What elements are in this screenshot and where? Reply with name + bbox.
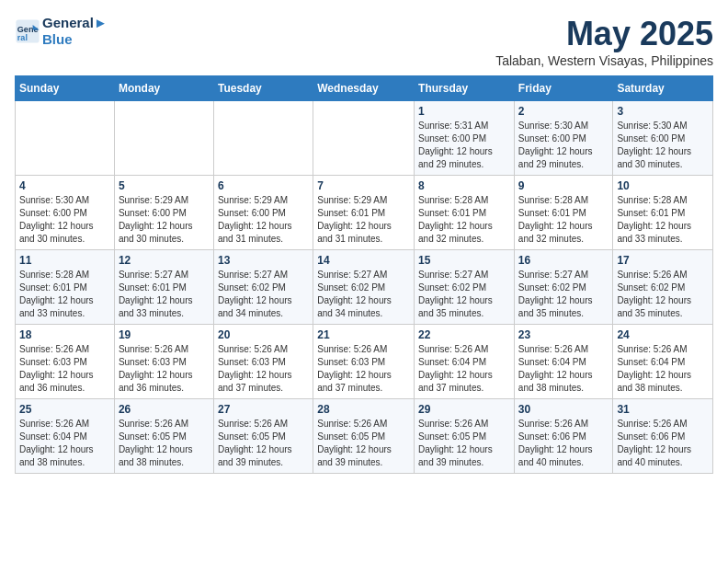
day-number: 8 (418, 179, 510, 192)
table-row: 12Sunrise: 5:27 AM Sunset: 6:01 PM Dayli… (114, 250, 213, 325)
day-info: Sunrise: 5:26 AM Sunset: 6:03 PM Dayligh… (19, 343, 110, 395)
day-number: 3 (617, 105, 709, 118)
day-number: 15 (418, 254, 510, 267)
day-number: 30 (518, 403, 609, 416)
day-info: Sunrise: 5:26 AM Sunset: 6:05 PM Dayligh… (119, 418, 210, 469)
day-info: Sunrise: 5:28 AM Sunset: 6:01 PM Dayligh… (418, 194, 510, 246)
day-number: 4 (19, 179, 110, 192)
month-title: May 2025 (495, 15, 713, 53)
day-number: 16 (518, 254, 609, 267)
table-row: 22Sunrise: 5:26 AM Sunset: 6:04 PM Dayli… (415, 325, 515, 399)
day-number: 9 (518, 179, 609, 192)
day-info: Sunrise: 5:29 AM Sunset: 6:00 PM Dayligh… (218, 194, 309, 246)
day-info: Sunrise: 5:31 AM Sunset: 6:00 PM Dayligh… (418, 120, 510, 171)
day-info: Sunrise: 5:27 AM Sunset: 6:02 PM Dayligh… (218, 269, 309, 320)
table-row: 20Sunrise: 5:26 AM Sunset: 6:03 PM Dayli… (213, 325, 313, 399)
day-number: 25 (19, 403, 110, 416)
table-row: 10Sunrise: 5:28 AM Sunset: 6:01 PM Dayli… (613, 176, 713, 250)
calendar-week-row: 18Sunrise: 5:26 AM Sunset: 6:03 PM Dayli… (16, 325, 713, 399)
table-row: 17Sunrise: 5:26 AM Sunset: 6:02 PM Dayli… (613, 250, 713, 325)
day-info: Sunrise: 5:26 AM Sunset: 6:02 PM Dayligh… (617, 269, 709, 320)
table-row: 3Sunrise: 5:30 AM Sunset: 6:00 PM Daylig… (613, 101, 713, 176)
day-number: 17 (617, 254, 709, 267)
weekday-header-row: Sunday Monday Tuesday Wednesday Thursday… (16, 76, 713, 101)
day-info: Sunrise: 5:30 AM Sunset: 6:00 PM Dayligh… (617, 120, 709, 171)
logo-line2: Blue (42, 31, 108, 48)
table-row: 1Sunrise: 5:31 AM Sunset: 6:00 PM Daylig… (415, 101, 515, 176)
day-info: Sunrise: 5:27 AM Sunset: 6:02 PM Dayligh… (418, 269, 510, 320)
table-row: 6Sunrise: 5:29 AM Sunset: 6:00 PM Daylig… (213, 176, 313, 250)
day-info: Sunrise: 5:30 AM Sunset: 6:00 PM Dayligh… (19, 194, 110, 246)
table-row (114, 101, 213, 176)
day-info: Sunrise: 5:26 AM Sunset: 6:05 PM Dayligh… (418, 418, 510, 469)
day-info: Sunrise: 5:28 AM Sunset: 6:01 PM Dayligh… (19, 269, 110, 320)
day-info: Sunrise: 5:26 AM Sunset: 6:05 PM Dayligh… (317, 418, 410, 469)
day-info: Sunrise: 5:26 AM Sunset: 6:04 PM Dayligh… (518, 343, 609, 395)
calendar-week-row: 11Sunrise: 5:28 AM Sunset: 6:01 PM Dayli… (16, 250, 713, 325)
day-number: 1 (418, 105, 510, 118)
day-number: 11 (19, 254, 110, 267)
day-number: 31 (617, 403, 709, 416)
day-number: 23 (518, 328, 609, 341)
svg-text:ral: ral (17, 33, 28, 42)
day-number: 14 (317, 254, 410, 267)
table-row: 25Sunrise: 5:26 AM Sunset: 6:04 PM Dayli… (16, 399, 115, 474)
day-info: Sunrise: 5:29 AM Sunset: 6:01 PM Dayligh… (317, 194, 410, 246)
table-row: 24Sunrise: 5:26 AM Sunset: 6:04 PM Dayli… (613, 325, 713, 399)
calendar-table: Sunday Monday Tuesday Wednesday Thursday… (15, 75, 713, 474)
header-monday: Monday (114, 76, 213, 101)
header: Gene ral General► Blue May 2025 Talaban,… (15, 15, 713, 68)
day-number: 20 (218, 328, 309, 341)
day-info: Sunrise: 5:26 AM Sunset: 6:06 PM Dayligh… (518, 418, 609, 469)
day-info: Sunrise: 5:30 AM Sunset: 6:00 PM Dayligh… (518, 120, 609, 171)
table-row: 15Sunrise: 5:27 AM Sunset: 6:02 PM Dayli… (415, 250, 515, 325)
table-row: 16Sunrise: 5:27 AM Sunset: 6:02 PM Dayli… (514, 250, 613, 325)
day-number: 10 (617, 179, 709, 192)
logo: Gene ral General► Blue (15, 15, 108, 48)
table-row: 19Sunrise: 5:26 AM Sunset: 6:03 PM Dayli… (114, 325, 213, 399)
day-number: 6 (218, 179, 309, 192)
table-row: 18Sunrise: 5:26 AM Sunset: 6:03 PM Dayli… (16, 325, 115, 399)
title-area: May 2025 Talaban, Western Visayas, Phili… (495, 15, 713, 68)
header-sunday: Sunday (16, 76, 115, 101)
calendar-week-row: 4Sunrise: 5:30 AM Sunset: 6:00 PM Daylig… (16, 176, 713, 250)
day-info: Sunrise: 5:26 AM Sunset: 6:04 PM Dayligh… (19, 418, 110, 469)
day-info: Sunrise: 5:26 AM Sunset: 6:04 PM Dayligh… (617, 343, 709, 395)
day-number: 2 (518, 105, 609, 118)
header-wednesday: Wednesday (313, 76, 415, 101)
table-row: 28Sunrise: 5:26 AM Sunset: 6:05 PM Dayli… (313, 399, 415, 474)
table-row (16, 101, 115, 176)
table-row: 13Sunrise: 5:27 AM Sunset: 6:02 PM Dayli… (213, 250, 313, 325)
table-row: 2Sunrise: 5:30 AM Sunset: 6:00 PM Daylig… (514, 101, 613, 176)
day-info: Sunrise: 5:29 AM Sunset: 6:00 PM Dayligh… (119, 194, 210, 246)
table-row: 9Sunrise: 5:28 AM Sunset: 6:01 PM Daylig… (514, 176, 613, 250)
day-info: Sunrise: 5:26 AM Sunset: 6:06 PM Dayligh… (617, 418, 709, 469)
table-row: 26Sunrise: 5:26 AM Sunset: 6:05 PM Dayli… (114, 399, 213, 474)
logo-icon: Gene ral (15, 18, 40, 44)
table-row: 27Sunrise: 5:26 AM Sunset: 6:05 PM Dayli… (213, 399, 313, 474)
table-row: 8Sunrise: 5:28 AM Sunset: 6:01 PM Daylig… (415, 176, 515, 250)
day-number: 12 (119, 254, 210, 267)
header-friday: Friday (514, 76, 613, 101)
day-info: Sunrise: 5:26 AM Sunset: 6:03 PM Dayligh… (119, 343, 210, 395)
day-number: 19 (119, 328, 210, 341)
table-row: 14Sunrise: 5:27 AM Sunset: 6:02 PM Dayli… (313, 250, 415, 325)
day-info: Sunrise: 5:26 AM Sunset: 6:05 PM Dayligh… (218, 418, 309, 469)
table-row (213, 101, 313, 176)
day-info: Sunrise: 5:27 AM Sunset: 6:02 PM Dayligh… (518, 269, 609, 320)
day-info: Sunrise: 5:28 AM Sunset: 6:01 PM Dayligh… (518, 194, 609, 246)
calendar-week-row: 1Sunrise: 5:31 AM Sunset: 6:00 PM Daylig… (16, 101, 713, 176)
day-info: Sunrise: 5:26 AM Sunset: 6:03 PM Dayligh… (218, 343, 309, 395)
header-saturday: Saturday (613, 76, 713, 101)
day-number: 28 (317, 403, 410, 416)
table-row: 11Sunrise: 5:28 AM Sunset: 6:01 PM Dayli… (16, 250, 115, 325)
day-number: 27 (218, 403, 309, 416)
day-info: Sunrise: 5:27 AM Sunset: 6:02 PM Dayligh… (317, 269, 410, 320)
table-row: 21Sunrise: 5:26 AM Sunset: 6:03 PM Dayli… (313, 325, 415, 399)
day-info: Sunrise: 5:26 AM Sunset: 6:04 PM Dayligh… (418, 343, 510, 395)
day-number: 22 (418, 328, 510, 341)
calendar-week-row: 25Sunrise: 5:26 AM Sunset: 6:04 PM Dayli… (16, 399, 713, 474)
table-row: 4Sunrise: 5:30 AM Sunset: 6:00 PM Daylig… (16, 176, 115, 250)
day-number: 13 (218, 254, 309, 267)
table-row: 31Sunrise: 5:26 AM Sunset: 6:06 PM Dayli… (613, 399, 713, 474)
